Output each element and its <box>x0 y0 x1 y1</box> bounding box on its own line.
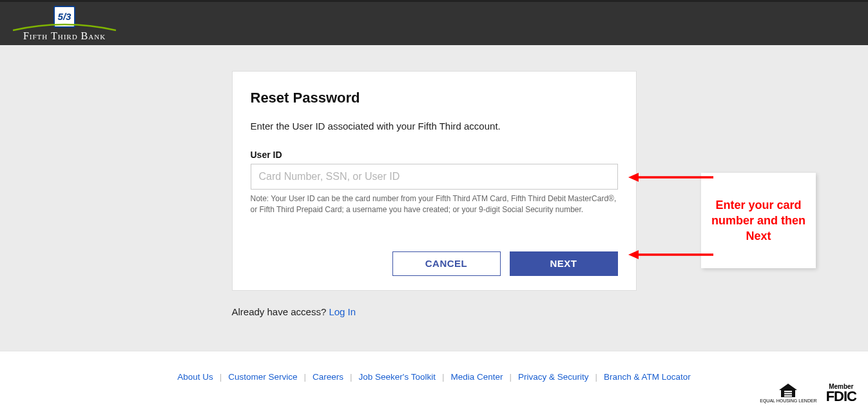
footer-link-customer-service[interactable]: Customer Service <box>228 372 297 382</box>
reset-password-card: Reset Password Enter the User ID associa… <box>232 71 637 291</box>
footer-badges: EQUAL HOUSING LENDER Member FDIC <box>760 383 856 403</box>
cancel-button[interactable]: CANCEL <box>392 251 501 276</box>
bank-logo[interactable]: 5/3 Fifth Third Bank <box>13 6 116 42</box>
next-button[interactable]: NEXT <box>510 251 618 276</box>
footer-link-careers[interactable]: Careers <box>313 372 343 382</box>
annotation-text: Enter your card number and then Next <box>708 197 809 244</box>
footer-link-about[interactable]: About Us <box>177 372 213 382</box>
header: 5/3 Fifth Third Bank <box>0 0 868 45</box>
field-note: Note: Your User ID can be the card numbe… <box>251 193 618 215</box>
already-text: Already have access? <box>232 306 329 317</box>
footer-link-media[interactable]: Media Center <box>450 372 503 382</box>
footer-link-job-seekers[interactable]: Job Seeker's Toolkit <box>359 372 436 382</box>
logo-swoosh-icon <box>13 23 116 33</box>
equal-housing-badge: EQUAL HOUSING LENDER <box>760 384 816 403</box>
svg-marker-4 <box>779 384 797 397</box>
lender-text: EQUAL HOUSING LENDER <box>760 398 816 403</box>
footer: About Us| Customer Service| Careers| Job… <box>0 351 868 412</box>
button-row: CANCEL NEXT <box>251 251 618 276</box>
svg-rect-7 <box>784 395 792 397</box>
fdic-badge: Member FDIC <box>826 383 856 403</box>
fdic-text: FDIC <box>826 390 856 403</box>
user-id-input[interactable] <box>251 164 618 190</box>
house-icon <box>778 384 798 398</box>
below-card: Already have access? Log In <box>232 306 637 317</box>
footer-link-branch[interactable]: Branch & ATM Locator <box>604 372 691 382</box>
card-instruction: Enter the User ID associated with your F… <box>251 121 618 132</box>
svg-rect-5 <box>784 391 792 392</box>
user-id-label: User ID <box>251 150 618 160</box>
login-link[interactable]: Log In <box>329 306 356 317</box>
annotation-callout: Enter your card number and then Next <box>701 173 816 268</box>
footer-link-privacy[interactable]: Privacy & Security <box>518 372 589 382</box>
footer-links: About Us| Customer Service| Careers| Job… <box>0 351 868 382</box>
card-title: Reset Password <box>251 90 618 106</box>
svg-rect-6 <box>784 393 792 395</box>
